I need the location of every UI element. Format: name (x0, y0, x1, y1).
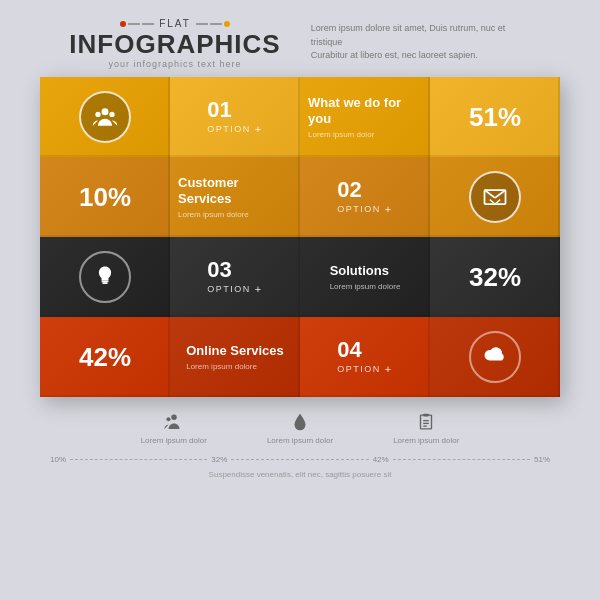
lightbulb-icon (91, 263, 119, 291)
service-04-title: Online Services (186, 343, 284, 359)
service-04-sub: Lorem ipsum dolore (186, 362, 257, 371)
service-03-sub: Lorem ipsum dolore (330, 282, 401, 291)
bottom-clipboard-icon (415, 411, 437, 433)
dash (210, 23, 222, 25)
cell-r1c1 (40, 77, 170, 157)
option-04-block: 04 OPTION + (337, 339, 392, 375)
bottom-section: Lorem ipsum dolor Lorem ipsum dolor Lore… (40, 411, 560, 479)
progress-line-section: 10% 32% 42% 51% (40, 455, 560, 464)
cloud-icon (481, 343, 509, 371)
percent-42: 42% (79, 344, 131, 370)
percent-32: 32% (469, 264, 521, 290)
cell-r2c4 (430, 157, 560, 237)
dotted-segment-1 (70, 459, 207, 460)
svg-rect-13 (424, 414, 430, 417)
cell-r3c4: 32% (430, 237, 560, 317)
option-03-block: 03 OPTION + (207, 259, 262, 295)
mail-icon (481, 183, 509, 211)
svg-line-5 (495, 190, 506, 198)
dash (196, 23, 208, 25)
dot-red (120, 21, 126, 27)
marker-label-51: 51% (534, 455, 550, 464)
service-03-title: Solutions (330, 263, 389, 279)
bottom-drop-label: Lorem ipsum dolor (267, 436, 333, 445)
header-left: FLAT INFOGRAPHICS your infographics text… (69, 18, 280, 69)
service-01-sub: Lorem ipsum dolor (308, 130, 374, 139)
cell-r3c1 (40, 237, 170, 317)
marker-label-10: 10% (50, 455, 66, 464)
cell-r4c2: Online Services Lorem ipsum dolore (170, 317, 300, 397)
svg-point-0 (102, 108, 109, 115)
bottom-icon-clipboard: Lorem ipsum dolor (393, 411, 459, 445)
bottom-drop-icon (289, 411, 311, 433)
cell-r4c4 (430, 317, 560, 397)
dash (142, 23, 154, 25)
cell-r2c3: 02 OPTION + (300, 157, 430, 237)
service-04-block: Online Services Lorem ipsum dolore (178, 343, 292, 371)
service-02-block: Customer Services Lorem ipsum dolore (170, 175, 300, 218)
cell-r4c3: 04 OPTION + (300, 317, 430, 397)
option-01-label: OPTION + (207, 123, 262, 135)
svg-point-2 (109, 112, 114, 117)
cell-r3c3: Solutions Lorem ipsum dolore (300, 237, 430, 317)
option-02-block: 02 OPTION + (337, 179, 392, 215)
cell-r1c2: 01 OPTION + (170, 77, 300, 157)
bottom-people-icon (163, 411, 185, 433)
service-02-title: Customer Services (178, 175, 292, 206)
dotted-segment-3 (393, 459, 530, 460)
service-02-sub: Lorem ipsum dolore (178, 210, 249, 219)
svg-point-10 (171, 414, 177, 420)
bottom-icons: Lorem ipsum dolor Lorem ipsum dolor Lore… (141, 411, 460, 445)
option-03-number: 03 (207, 259, 231, 281)
option-04-number: 04 (337, 339, 361, 361)
svg-line-4 (485, 190, 496, 198)
cell-r4c1: 42% (40, 317, 170, 397)
cell-r1c3: What we do for you Lorem ipsum dolor (300, 77, 430, 157)
header-subtitle: your infographics text here (108, 59, 241, 69)
icon-cloud-circle (469, 331, 521, 383)
people-icon (91, 103, 119, 131)
header: FLAT INFOGRAPHICS your infographics text… (0, 0, 600, 77)
option-01-block: 01 OPTION + (207, 99, 262, 135)
cell-r1c4: 51% (430, 77, 560, 157)
percent-10: 10% (79, 184, 131, 210)
cell-r2c2: Customer Services Lorem ipsum dolore (170, 157, 300, 237)
option-01-number: 01 (207, 99, 231, 121)
flat-label: FLAT (120, 18, 230, 29)
header-title: INFOGRAPHICS (69, 31, 280, 57)
percent-51: 51% (469, 104, 521, 130)
bottom-caption: Suspendisse venenatis, elit nec, sagitti… (209, 470, 392, 479)
option-02-number: 02 (337, 179, 361, 201)
dot-yellow (224, 21, 230, 27)
bottom-clipboard-label: Lorem ipsum dolor (393, 436, 459, 445)
infographic-grid: 01 OPTION + What we do for you Lorem ips… (40, 77, 560, 397)
dash (128, 23, 140, 25)
service-03-block: Solutions Lorem ipsum dolore (322, 263, 409, 291)
option-03-label: OPTION + (207, 283, 262, 295)
icon-lightbulb-circle (79, 251, 131, 303)
marker-label-32: 32% (211, 455, 227, 464)
svg-point-1 (95, 112, 100, 117)
cell-r2c1: 10% (40, 157, 170, 237)
icon-mail-circle (469, 171, 521, 223)
service-01-block: What we do for you Lorem ipsum dolor (300, 95, 430, 138)
bottom-icon-people: Lorem ipsum dolor (141, 411, 207, 445)
dotted-segment-2 (231, 459, 368, 460)
bottom-icon-drop: Lorem ipsum dolor (267, 411, 333, 445)
option-04-label: OPTION + (337, 363, 392, 375)
svg-rect-8 (102, 281, 109, 283)
header-description: Lorem ipsum dolore sit amet, Duis rutrum… (311, 18, 531, 63)
svg-rect-9 (102, 282, 107, 284)
marker-label-42: 42% (373, 455, 389, 464)
service-01-title: What we do for you (308, 95, 422, 126)
header-desc-line1: Lorem ipsum dolore sit amet, Duis rutrum… (311, 23, 506, 47)
flat-text: FLAT (159, 18, 191, 29)
cell-r3c2: 03 OPTION + (170, 237, 300, 317)
svg-point-11 (166, 417, 170, 421)
option-02-label: OPTION + (337, 203, 392, 215)
bottom-people-label: Lorem ipsum dolor (141, 436, 207, 445)
header-desc-line2: Curabitur at libero est, nec laoreet sap… (311, 50, 478, 60)
icon-people-circle (79, 91, 131, 143)
